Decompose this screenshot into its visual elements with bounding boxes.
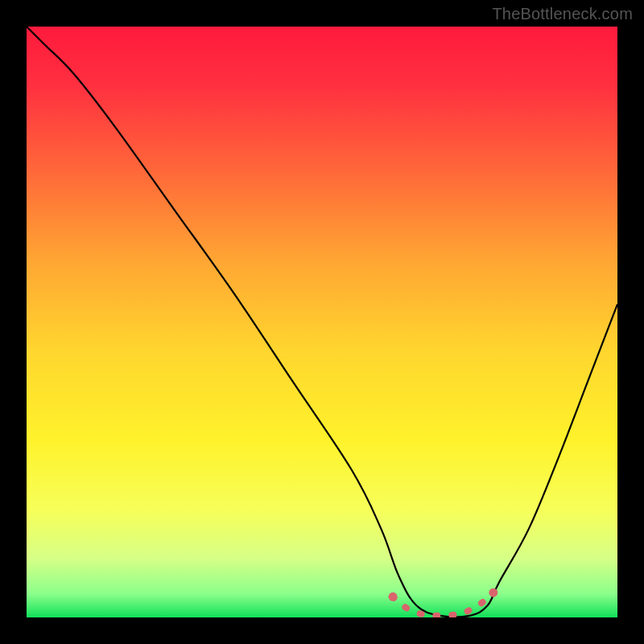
watermark-text: TheBottleneck.com [492, 5, 633, 23]
chart-svg [27, 27, 617, 617]
plot-area [27, 27, 617, 617]
trough-end-dot [389, 592, 398, 601]
chart-container: TheBottleneck.com [0, 0, 644, 644]
trough-end-dot [489, 588, 497, 597]
